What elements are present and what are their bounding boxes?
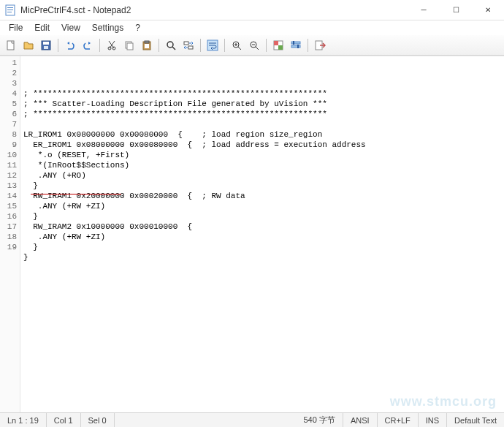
svg-point-15 <box>167 42 173 48</box>
menu-edit[interactable]: Edit <box>28 21 56 34</box>
status-bytes[interactable]: 540 字节 <box>297 413 343 427</box>
toolbar-separator <box>58 39 58 52</box>
title-bar: MicPreCtrlF4.sct - Notepad2 ─ ☐ ✕ <box>0 0 504 20</box>
svg-rect-25 <box>291 45 300 48</box>
line-number: 17 <box>0 222 17 232</box>
replace-icon[interactable] <box>180 37 196 53</box>
line-number: 11 <box>0 160 17 170</box>
svg-rect-3 <box>7 12 12 12</box>
code-line[interactable]: *.o (RESET, +First) <box>23 150 504 160</box>
window-title: MicPreCtrlF4.sct - Notepad2 <box>20 5 408 15</box>
toolbar-separator <box>159 39 159 52</box>
line-number: 4 <box>0 88 17 99</box>
code-line[interactable] <box>23 273 504 283</box>
svg-rect-13 <box>145 41 149 43</box>
menu-help[interactable]: ? <box>129 21 146 34</box>
window-buttons: ─ ☐ ✕ <box>408 0 504 20</box>
maximize-button[interactable]: ☐ <box>440 0 472 20</box>
line-number: 16 <box>0 211 17 222</box>
undo-icon[interactable] <box>62 37 78 53</box>
svg-rect-4 <box>7 41 14 50</box>
svg-rect-24 <box>291 42 300 44</box>
status-lexer[interactable]: Default Text <box>447 413 504 427</box>
customize-icon[interactable] <box>288 37 304 53</box>
svg-rect-17 <box>188 46 193 49</box>
menu-view[interactable]: View <box>56 21 86 34</box>
svg-rect-7 <box>44 46 48 49</box>
line-number: 19 <box>0 242 17 252</box>
line-number: 6 <box>0 109 17 119</box>
menu-file[interactable]: File <box>3 21 28 34</box>
line-number: 7 <box>0 119 17 129</box>
line-number: 14 <box>0 191 17 201</box>
exit-icon[interactable] <box>312 37 328 53</box>
toolbar-separator <box>308 39 308 52</box>
menu-settings[interactable]: Settings <box>86 21 129 34</box>
code-line[interactable] <box>23 119 504 129</box>
copy-icon[interactable] <box>121 37 137 53</box>
code-line[interactable]: } <box>23 252 504 262</box>
code-line[interactable]: ; *** Scatter-Loading Description File g… <box>23 99 504 109</box>
line-number: 9 <box>0 140 17 150</box>
zoom-out-icon[interactable] <box>246 37 262 53</box>
zoom-in-icon[interactable] <box>229 37 245 53</box>
word-wrap-icon[interactable] <box>205 37 221 53</box>
scheme-icon[interactable] <box>270 37 286 53</box>
status-col[interactable]: Col 1 <box>47 413 81 427</box>
toolbar <box>0 35 504 56</box>
paste-icon[interactable] <box>139 37 155 53</box>
code-line[interactable]: .ANY (+RO) <box>23 170 504 181</box>
code-line[interactable]: } <box>23 181 504 191</box>
toolbar-separator <box>99 39 100 52</box>
line-number: 5 <box>0 99 17 109</box>
cut-icon[interactable] <box>104 37 120 53</box>
code-line[interactable]: } <box>23 242 504 252</box>
code-line[interactable]: RW_IRAM1 0x20000000 0x00020000 { ; RW da… <box>23 191 504 201</box>
line-number-gutter: 12345678910111213141516171819 <box>0 56 20 412</box>
save-icon[interactable] <box>38 37 54 53</box>
svg-rect-14 <box>145 44 149 48</box>
svg-rect-22 <box>274 41 278 45</box>
line-number: 1 <box>0 58 17 68</box>
status-sel[interactable]: Sel 0 <box>81 413 115 427</box>
toolbar-separator <box>200 39 201 52</box>
code-line[interactable]: .ANY (+RW +ZI) <box>23 232 504 242</box>
line-number: 2 <box>0 68 17 78</box>
svg-rect-16 <box>184 42 188 45</box>
status-encoding[interactable]: ANSI <box>343 413 378 427</box>
code-line[interactable]: } <box>23 211 504 222</box>
open-file-icon[interactable] <box>20 37 37 53</box>
status-insert-mode[interactable]: INS <box>419 413 447 427</box>
line-number: 18 <box>0 232 17 242</box>
minimize-button[interactable]: ─ <box>408 0 440 20</box>
svg-rect-26 <box>293 41 294 45</box>
line-number: 8 <box>0 129 17 140</box>
toolbar-separator <box>266 39 267 52</box>
line-number: 15 <box>0 201 17 211</box>
close-button[interactable]: ✕ <box>472 0 504 20</box>
find-icon[interactable] <box>163 37 179 53</box>
svg-rect-1 <box>7 7 13 8</box>
red-underline-annotation <box>31 194 121 194</box>
toolbar-separator <box>224 39 225 52</box>
status-line[interactable]: Ln 1 : 19 <box>0 413 47 427</box>
menu-bar: File Edit View Settings ? <box>0 20 504 35</box>
status-eol[interactable]: CR+LF <box>378 413 419 427</box>
code-line[interactable]: ; **************************************… <box>23 88 504 99</box>
status-bar: Ln 1 : 19 Col 1 Sel 0 540 字节 ANSI CR+LF … <box>0 412 504 427</box>
redo-icon[interactable] <box>80 37 96 53</box>
code-line[interactable]: ER_IROM1 0x08000000 0x00080000 { ; load … <box>23 140 504 150</box>
editor: 12345678910111213141516171819 ; ********… <box>0 56 504 412</box>
code-line[interactable]: ; **************************************… <box>23 109 504 119</box>
code-line[interactable]: LR_IROM1 0x08000000 0x00080000 { ; load … <box>23 129 504 140</box>
code-line[interactable]: *(InRoot$$Sections) <box>23 160 504 170</box>
code-line[interactable]: RW_IRAM2 0x10000000 0x00010000 { <box>23 222 504 232</box>
new-file-icon[interactable] <box>3 37 19 53</box>
line-number: 12 <box>0 170 17 181</box>
line-number: 3 <box>0 78 17 88</box>
code-line[interactable]: .ANY (+RW +ZI) <box>23 201 504 211</box>
code-area[interactable]: ; **************************************… <box>20 56 504 412</box>
svg-rect-23 <box>278 45 283 50</box>
svg-rect-11 <box>127 43 133 50</box>
code-line[interactable] <box>23 262 504 273</box>
